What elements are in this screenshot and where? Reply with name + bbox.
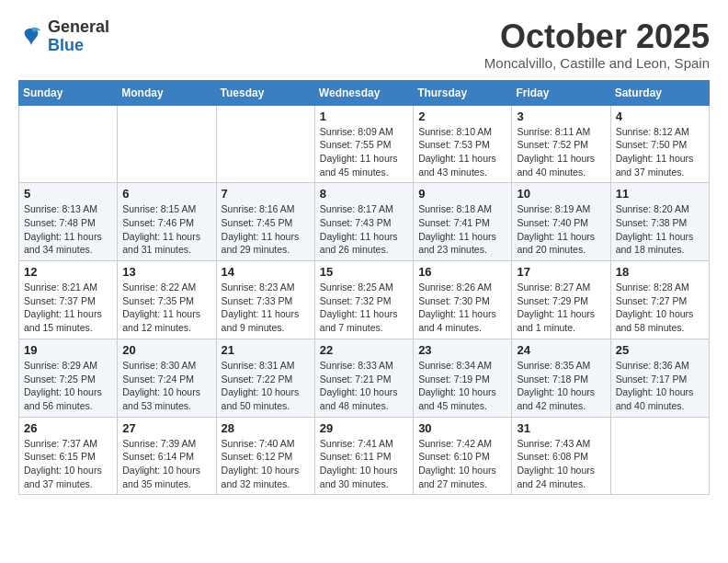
day-number: 6 [122,187,210,201]
day-info: Sunrise: 7:39 AM Sunset: 6:14 PM Dayligh… [122,437,210,491]
day-number: 21 [222,343,310,357]
day-cell: 5Sunrise: 8:13 AM Sunset: 7:48 PM Daylig… [19,183,118,261]
day-info: Sunrise: 8:11 AM Sunset: 7:52 PM Dayligh… [517,125,605,179]
day-number: 22 [320,343,408,357]
col-monday: Monday [118,80,216,105]
day-number: 8 [320,187,408,201]
day-number: 13 [122,265,210,279]
day-number: 1 [320,109,408,123]
day-number: 17 [517,265,605,279]
title-area: October 2025 Moncalvillo, Castille and L… [484,18,710,71]
day-number: 16 [418,265,506,279]
day-info: Sunrise: 8:22 AM Sunset: 7:35 PM Dayligh… [122,281,210,335]
day-cell: 25Sunrise: 8:36 AM Sunset: 7:17 PM Dayli… [610,339,709,417]
location: Moncalvillo, Castille and Leon, Spain [484,55,710,71]
week-row-1: 1Sunrise: 8:09 AM Sunset: 7:55 PM Daylig… [19,105,710,183]
day-number: 28 [222,421,310,435]
day-cell: 19Sunrise: 8:29 AM Sunset: 7:25 PM Dayli… [19,339,118,417]
day-number: 3 [517,109,605,123]
day-number: 24 [517,343,605,357]
day-cell: 15Sunrise: 8:25 AM Sunset: 7:32 PM Dayli… [314,261,413,339]
day-cell: 23Sunrise: 8:34 AM Sunset: 7:19 PM Dayli… [414,339,512,417]
header-row: Sunday Monday Tuesday Wednesday Thursday… [19,80,710,105]
day-number: 5 [24,187,112,201]
day-number: 14 [222,265,310,279]
day-number: 7 [222,187,310,201]
day-info: Sunrise: 8:09 AM Sunset: 7:55 PM Dayligh… [320,125,408,179]
day-info: Sunrise: 8:12 AM Sunset: 7:50 PM Dayligh… [616,125,704,179]
col-friday: Friday [512,80,610,105]
day-info: Sunrise: 7:40 AM Sunset: 6:12 PM Dayligh… [222,437,310,491]
day-info: Sunrise: 8:25 AM Sunset: 7:32 PM Dayligh… [320,281,408,335]
day-cell: 18Sunrise: 8:28 AM Sunset: 7:27 PM Dayli… [610,261,709,339]
day-info: Sunrise: 8:18 AM Sunset: 7:41 PM Dayligh… [418,202,506,257]
day-number: 30 [418,421,506,435]
day-cell: 4Sunrise: 8:12 AM Sunset: 7:50 PM Daylig… [610,105,709,183]
day-cell: 29Sunrise: 7:41 AM Sunset: 6:11 PM Dayli… [314,417,413,495]
day-info: Sunrise: 8:34 AM Sunset: 7:19 PM Dayligh… [418,359,506,413]
day-info: Sunrise: 8:13 AM Sunset: 7:48 PM Dayligh… [24,202,112,257]
day-number: 26 [24,421,112,435]
day-info: Sunrise: 8:35 AM Sunset: 7:18 PM Dayligh… [517,359,605,413]
day-number: 4 [616,109,704,123]
day-cell: 24Sunrise: 8:35 AM Sunset: 7:18 PM Dayli… [512,339,610,417]
day-info: Sunrise: 8:17 AM Sunset: 7:43 PM Dayligh… [320,202,408,257]
col-thursday: Thursday [414,80,512,105]
day-cell: 6Sunrise: 8:15 AM Sunset: 7:46 PM Daylig… [118,183,216,261]
logo-text: General Blue [48,18,109,55]
day-info: Sunrise: 8:19 AM Sunset: 7:40 PM Dayligh… [517,202,605,257]
day-cell: 30Sunrise: 7:42 AM Sunset: 6:10 PM Dayli… [414,417,512,495]
col-saturday: Saturday [610,80,709,105]
day-cell: 11Sunrise: 8:20 AM Sunset: 7:38 PM Dayli… [610,183,709,261]
day-info: Sunrise: 8:20 AM Sunset: 7:38 PM Dayligh… [616,202,704,257]
week-row-4: 19Sunrise: 8:29 AM Sunset: 7:25 PM Dayli… [19,339,710,417]
day-number: 15 [320,265,408,279]
day-number: 9 [418,187,506,201]
col-wednesday: Wednesday [314,80,413,105]
day-info: Sunrise: 8:33 AM Sunset: 7:21 PM Dayligh… [320,359,408,413]
day-cell: 9Sunrise: 8:18 AM Sunset: 7:41 PM Daylig… [414,183,512,261]
day-number: 12 [24,265,112,279]
day-number: 20 [122,343,210,357]
day-info: Sunrise: 8:16 AM Sunset: 7:45 PM Dayligh… [222,202,310,257]
day-cell: 21Sunrise: 8:31 AM Sunset: 7:22 PM Dayli… [216,339,314,417]
day-info: Sunrise: 8:10 AM Sunset: 7:53 PM Dayligh… [418,125,506,179]
day-info: Sunrise: 8:30 AM Sunset: 7:24 PM Dayligh… [122,359,210,413]
col-tuesday: Tuesday [216,80,314,105]
logo: General Blue [18,18,109,55]
calendar: Sunday Monday Tuesday Wednesday Thursday… [18,80,710,496]
day-cell [19,105,118,183]
day-info: Sunrise: 8:31 AM Sunset: 7:22 PM Dayligh… [222,359,310,413]
day-cell: 10Sunrise: 8:19 AM Sunset: 7:40 PM Dayli… [512,183,610,261]
week-row-3: 12Sunrise: 8:21 AM Sunset: 7:37 PM Dayli… [19,261,710,339]
day-number: 2 [418,109,506,123]
day-info: Sunrise: 8:29 AM Sunset: 7:25 PM Dayligh… [24,359,112,413]
day-cell [118,105,216,183]
day-number: 18 [616,265,704,279]
day-number: 11 [616,187,704,201]
day-info: Sunrise: 8:36 AM Sunset: 7:17 PM Dayligh… [616,359,704,413]
day-number: 10 [517,187,605,201]
day-number: 31 [517,421,605,435]
day-info: Sunrise: 8:26 AM Sunset: 7:30 PM Dayligh… [418,281,506,335]
day-cell: 20Sunrise: 8:30 AM Sunset: 7:24 PM Dayli… [118,339,216,417]
day-info: Sunrise: 8:27 AM Sunset: 7:29 PM Dayligh… [517,281,605,335]
week-row-5: 26Sunrise: 7:37 AM Sunset: 6:15 PM Dayli… [19,417,710,495]
day-info: Sunrise: 8:15 AM Sunset: 7:46 PM Dayligh… [122,202,210,257]
header: General Blue October 2025 Moncalvillo, C… [18,18,710,71]
day-cell: 1Sunrise: 8:09 AM Sunset: 7:55 PM Daylig… [314,105,413,183]
day-number: 29 [320,421,408,435]
day-cell [610,417,709,495]
day-info: Sunrise: 7:43 AM Sunset: 6:08 PM Dayligh… [517,437,605,491]
day-info: Sunrise: 8:23 AM Sunset: 7:33 PM Dayligh… [222,281,310,335]
day-cell: 26Sunrise: 7:37 AM Sunset: 6:15 PM Dayli… [19,417,118,495]
day-number: 23 [418,343,506,357]
day-info: Sunrise: 7:42 AM Sunset: 6:10 PM Dayligh… [418,437,506,491]
day-cell: 3Sunrise: 8:11 AM Sunset: 7:52 PM Daylig… [512,105,610,183]
day-number: 27 [122,421,210,435]
day-info: Sunrise: 8:21 AM Sunset: 7:37 PM Dayligh… [24,281,112,335]
day-info: Sunrise: 7:41 AM Sunset: 6:11 PM Dayligh… [320,437,408,491]
day-cell: 17Sunrise: 8:27 AM Sunset: 7:29 PM Dayli… [512,261,610,339]
day-cell: 22Sunrise: 8:33 AM Sunset: 7:21 PM Dayli… [314,339,413,417]
day-info: Sunrise: 7:37 AM Sunset: 6:15 PM Dayligh… [24,437,112,491]
